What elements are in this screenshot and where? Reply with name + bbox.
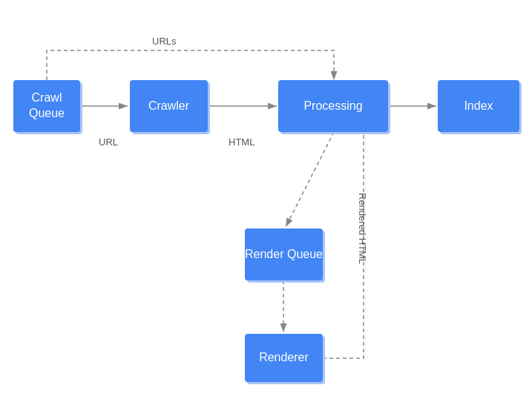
processing-box: Processing [278, 80, 388, 132]
render-queue-box: Render Queue [245, 228, 323, 280]
urls-label: URLs [152, 36, 177, 47]
index-box: Index [438, 80, 519, 132]
rendered-html-label: Rendered HTML [357, 193, 368, 264]
crawler-box: Crawler [130, 80, 208, 132]
diagram-container: Crawl Queue Crawler Processing Index Ren… [0, 0, 532, 408]
html-label: HTML [229, 136, 254, 148]
url-label: URL [99, 136, 118, 148]
renderer-box: Renderer [245, 334, 323, 382]
crawl-queue-box: Crawl Queue [13, 80, 80, 132]
svg-line-5 [286, 132, 334, 227]
